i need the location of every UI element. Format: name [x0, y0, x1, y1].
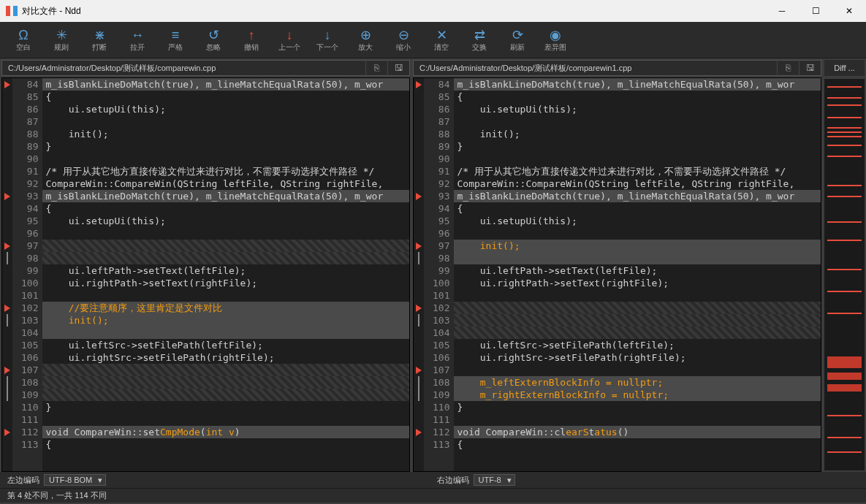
diff-marker	[2, 376, 12, 389]
code-line[interactable]: m_isBlankLineDoMatch(true), m_lineMatchE…	[42, 78, 409, 91]
code-line[interactable]	[454, 252, 821, 264]
code-line[interactable]: m_isBlankLineDoMatch(true), m_lineMatchE…	[454, 78, 821, 91]
right-copy-button[interactable]: ⎘	[777, 59, 799, 77]
tool-空白[interactable]: Ω空白	[7, 24, 39, 56]
code-line[interactable]: }	[454, 140, 821, 153]
code-line[interactable]: init();	[454, 128, 821, 140]
code-line[interactable]: m_isBlankLineDoMatch(true), m_lineMatchE…	[42, 190, 409, 202]
code-line[interactable]	[42, 364, 409, 376]
left-encoding-select[interactable]: UTF-8 BOM	[44, 474, 106, 486]
code-line[interactable]: {	[454, 91, 821, 103]
code-line[interactable]	[42, 252, 409, 264]
code-line[interactable]	[42, 376, 409, 389]
tool-刷新[interactable]: ⟳刷新	[501, 24, 533, 56]
tool-放大[interactable]: ⊕放大	[349, 24, 381, 56]
minimize-button[interactable]: ─	[765, 0, 799, 22]
tool-差异图[interactable]: ◉差异图	[539, 24, 571, 56]
code-line[interactable]: }	[454, 401, 821, 413]
code-line[interactable]	[42, 153, 409, 165]
code-line[interactable]: {	[42, 438, 409, 451]
code-line[interactable]	[42, 227, 409, 240]
code-line[interactable]	[454, 115, 821, 128]
code-line[interactable]: {	[454, 438, 821, 451]
left-copy-button[interactable]: ⎘	[365, 59, 387, 77]
code-line[interactable]	[42, 327, 409, 339]
right-path-input[interactable]	[414, 64, 777, 72]
tool-icon: ↑	[248, 28, 255, 42]
tool-严格[interactable]: ≡严格	[159, 24, 191, 56]
close-button[interactable]: ✕	[832, 0, 866, 22]
code-line[interactable]: }	[42, 401, 409, 413]
code-line[interactable]	[454, 227, 821, 240]
code-line[interactable]: CompareWin::CompareWin(QString leftFile,…	[454, 177, 821, 190]
code-line[interactable]: void CompareWin::clearStatus()	[454, 426, 821, 438]
line-number: 100	[424, 277, 454, 289]
diff-marker	[2, 413, 12, 426]
code-line[interactable]: /* 用于从其它地方直接传递文件过来进行对比，不需要手动选择文件路径 */	[454, 165, 821, 177]
code-line[interactable]: ui.leftPath->setText(leftFile);	[454, 264, 821, 277]
code-line[interactable]: init();	[42, 314, 409, 327]
diff-marker	[2, 91, 12, 103]
left-save-button[interactable]: 🖫	[387, 59, 409, 77]
code-line[interactable]	[454, 413, 821, 426]
diff-marker	[2, 327, 12, 339]
code-line[interactable]: {	[42, 91, 409, 103]
code-line[interactable]: m_rightExternBlockInfo = nullptr;	[454, 389, 821, 401]
code-line[interactable]: ui.rightSrc->setFilePath(rightFile);	[454, 351, 821, 364]
code-line[interactable]: ui.leftSrc->setFilePath(leftFile);	[454, 339, 821, 351]
code-line[interactable]	[454, 153, 821, 165]
code-line[interactable]: {	[42, 202, 409, 215]
code-line[interactable]: ui.rightPath->setText(rightFile);	[454, 277, 821, 289]
code-line[interactable]: ui.leftSrc->setFilePath(leftFile);	[42, 339, 409, 351]
code-line[interactable]: ui.setupUi(this);	[454, 215, 821, 227]
code-line[interactable]: ui.setupUi(this);	[454, 103, 821, 115]
code-line[interactable]: //要注意顺序，这里肯定是文件对比	[42, 302, 409, 314]
line-number: 108	[424, 376, 454, 389]
tool-撤销[interactable]: ↑撤销	[235, 24, 267, 56]
line-number: 84	[424, 78, 454, 91]
tool-上一个[interactable]: ↓上一个	[273, 24, 305, 56]
right-editor[interactable]: 8485868788899091929394959697989910010110…	[413, 77, 821, 472]
code-line[interactable]	[42, 115, 409, 128]
code-line[interactable]: m_leftExternBlockInfo = nullptr;	[454, 376, 821, 389]
tool-打断[interactable]: ⋇打断	[83, 24, 115, 56]
right-save-button[interactable]: 🖫	[799, 59, 821, 77]
code-line[interactable]: {	[454, 202, 821, 215]
code-line[interactable]: m_isBlankLineDoMatch(true), m_lineMatchE…	[454, 190, 821, 202]
code-line[interactable]	[454, 302, 821, 314]
code-line[interactable]: ui.rightPath->setText(rightFile);	[42, 277, 409, 289]
diff-marker	[414, 115, 424, 128]
left-editor[interactable]: 8485868788899091929394959697989910010110…	[1, 77, 410, 472]
code-line[interactable]	[42, 289, 409, 302]
left-path-input[interactable]	[2, 64, 365, 72]
code-line[interactable]	[454, 314, 821, 327]
code-line[interactable]: CompareWin::CompareWin(QString leftFile,…	[42, 177, 409, 190]
code-line[interactable]	[454, 289, 821, 302]
code-line[interactable]: }	[42, 140, 409, 153]
code-line[interactable]	[42, 413, 409, 426]
code-line[interactable]: ui.rightSrc->setFilePath(rightFile);	[42, 351, 409, 364]
tool-缩小[interactable]: ⊖缩小	[387, 24, 419, 56]
right-encoding-select[interactable]: UTF-8	[474, 474, 515, 486]
code-line[interactable]	[454, 364, 821, 376]
code-line[interactable]	[42, 389, 409, 401]
code-line[interactable]: ui.leftPath->setText(leftFile);	[42, 264, 409, 277]
tool-忽略[interactable]: ↺忽略	[197, 24, 229, 56]
tool-拉开[interactable]: ↔拉开	[121, 24, 153, 56]
code-line[interactable]	[454, 327, 821, 339]
tool-交换[interactable]: ⇄交换	[463, 24, 495, 56]
diff-label[interactable]: Diff ...	[824, 60, 865, 76]
code-line[interactable]: /* 用于从其它地方直接传递文件过来进行对比，不需要手动选择文件路径 */	[42, 165, 409, 177]
diff-minimap[interactable]	[824, 79, 865, 470]
diff-marker	[414, 177, 424, 190]
code-line[interactable]: void CompareWin::setCmpMode(int v)	[42, 426, 409, 438]
code-line[interactable]	[42, 240, 409, 252]
code-line[interactable]: init();	[42, 128, 409, 140]
code-line[interactable]: ui.setupUi(this);	[42, 103, 409, 115]
tool-规则[interactable]: ✳规则	[45, 24, 77, 56]
maximize-button[interactable]: ☐	[799, 0, 832, 22]
code-line[interactable]: ui.setupUi(this);	[42, 215, 409, 227]
tool-清空[interactable]: ✕清空	[425, 24, 457, 56]
tool-下一个[interactable]: ↓下一个	[311, 24, 343, 56]
code-line[interactable]: init();	[454, 240, 821, 252]
